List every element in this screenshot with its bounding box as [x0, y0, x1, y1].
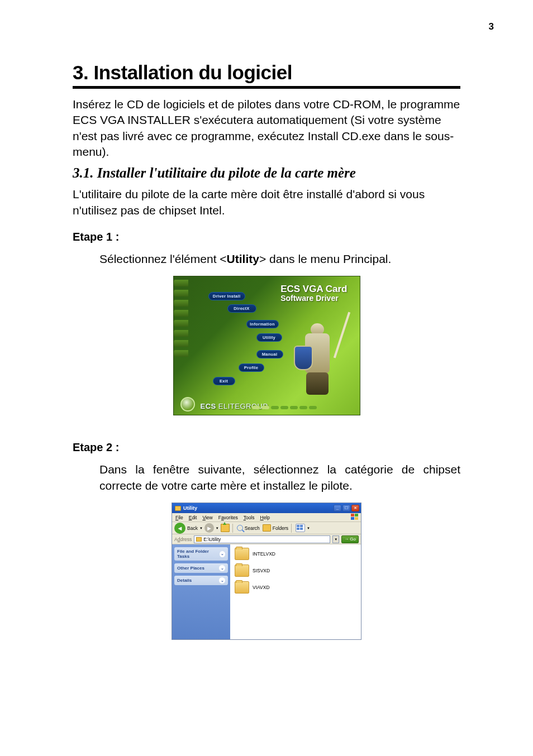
go-label: Go: [350, 537, 356, 542]
explorer-menubar: File Edit View Favorites Tools Help: [172, 513, 361, 522]
step1-label: Etape 1 :: [73, 231, 460, 243]
bar: [290, 406, 298, 409]
minimize-button[interactable]: _: [334, 505, 341, 511]
menu-edit[interactable]: Edit: [189, 515, 197, 520]
explorer-titlebar: Utility _ □ ×: [172, 503, 361, 513]
folder-icon: [235, 581, 249, 594]
side-tab: [174, 300, 188, 307]
folder-icon: [235, 564, 249, 577]
brand-ecs: ECS: [201, 402, 216, 410]
folder-item[interactable]: SISVXD: [235, 564, 356, 577]
explorer-toolbar: ◄ Back ▼ ► ▼ Search Folders ▼: [172, 522, 361, 534]
installer-side-tabs: [174, 280, 188, 357]
side-tab: [174, 280, 188, 286]
page-number: 3: [489, 21, 494, 32]
profile-button[interactable]: Profile: [239, 363, 264, 372]
explorer-sidepanel: File and Folder Tasks ⌄ Other Places ⌄ D…: [172, 544, 230, 639]
go-button[interactable]: → Go: [341, 535, 359, 543]
installer-title: ECS VGA Card Software Driver: [280, 284, 347, 303]
bar: [309, 406, 317, 409]
installer-screenshot: ECS VGA Card Software Driver Driver Inst…: [173, 276, 360, 415]
sidepanel-other[interactable]: Other Places ⌄: [174, 563, 228, 573]
chevron-down-icon[interactable]: ▼: [216, 527, 219, 530]
menu-help[interactable]: Help: [260, 515, 270, 520]
folder-name: INTELVXD: [253, 551, 275, 557]
search-button[interactable]: Search: [245, 525, 260, 531]
knight-legs: [306, 372, 329, 395]
sword-icon: [333, 312, 350, 358]
folder-name: VIAVXD: [253, 585, 270, 590]
main-title: 3. Installation du logiciel: [73, 61, 460, 89]
back-button[interactable]: ◄: [174, 523, 185, 534]
side-tab: [174, 310, 188, 317]
window-title: Utility: [183, 505, 197, 511]
installer-title-line2: Software Driver: [280, 294, 347, 303]
sidepanel-tasks[interactable]: File and Folder Tasks ⌄: [174, 547, 228, 561]
disc-icon: [180, 397, 195, 412]
page-content: 3. Installation du logiciel Insérez le C…: [0, 0, 533, 640]
maximize-button[interactable]: □: [342, 505, 350, 511]
sidepanel-details-label: Details: [177, 578, 192, 583]
bar: [280, 406, 288, 409]
sidepanel-tasks-label: File and Folder Tasks: [177, 549, 220, 559]
folders-icon: [263, 524, 271, 532]
address-dropdown[interactable]: ▼: [332, 535, 339, 543]
forward-button[interactable]: ►: [204, 523, 214, 533]
menu-view[interactable]: View: [202, 515, 212, 520]
menu-file[interactable]: File: [175, 515, 183, 520]
sidepanel-details[interactable]: Details ⌄: [174, 576, 228, 585]
explorer-screenshot: Utility _ □ × File Edit View Favorites T…: [172, 503, 361, 640]
folder-item[interactable]: VIAVXD: [235, 581, 356, 594]
section-title: 3.1. Installer l'utilitaire du pilote de…: [73, 165, 460, 181]
folder-item[interactable]: INTELVXD: [235, 548, 356, 560]
menu-tools[interactable]: Tools: [244, 515, 255, 520]
address-value: E:\Utility: [203, 537, 221, 542]
directx-button[interactable]: DirectX: [227, 304, 256, 313]
side-tab: [174, 330, 188, 337]
chevron-down-icon[interactable]: ▼: [199, 527, 203, 530]
address-label: Address: [174, 537, 192, 542]
folder-name: SISVXD: [253, 568, 270, 573]
chevron-down-icon[interactable]: ▼: [307, 527, 310, 530]
separator: [291, 524, 292, 533]
chevron-down-icon: ⌄: [220, 551, 225, 557]
information-button[interactable]: Information: [246, 320, 279, 328]
folder-icon: [196, 537, 202, 542]
folder-icon: [235, 548, 249, 560]
side-tab: [174, 340, 188, 347]
driver-install-button[interactable]: Driver Install: [208, 292, 245, 300]
installer-title-line1: ECS VGA Card: [280, 284, 347, 294]
chevron-down-icon: ⌄: [219, 577, 225, 583]
address-field[interactable]: E:\Utility: [194, 535, 330, 543]
folders-button[interactable]: Folders: [273, 525, 288, 531]
step2-label: Etape 2 :: [73, 441, 460, 454]
footer-bars: [252, 406, 317, 409]
bar: [271, 406, 279, 409]
step1-post: > dans le menu Principal.: [259, 252, 391, 265]
view-button[interactable]: [296, 524, 305, 532]
back-label: Back: [187, 525, 198, 531]
shield-icon: [294, 346, 313, 370]
chevron-down-icon: ⌄: [219, 565, 225, 571]
folder-icon: [175, 506, 181, 511]
bar: [299, 406, 307, 409]
close-button[interactable]: ×: [351, 505, 359, 511]
sidepanel-other-label: Other Places: [177, 566, 204, 571]
search-icon: [237, 525, 243, 531]
step1-bold: Utility: [227, 252, 259, 265]
side-tab: [174, 350, 188, 357]
step1-pre: Sélectionnez l'élément <: [99, 252, 227, 265]
manual-button[interactable]: Manual: [256, 350, 283, 358]
utility-button[interactable]: Utility: [256, 333, 282, 342]
separator: [232, 524, 233, 533]
up-folder-button[interactable]: [221, 524, 230, 532]
knight-illustration: [289, 307, 345, 401]
exit-button[interactable]: Exit: [213, 377, 235, 385]
intro-paragraph: Insérez le CD de logiciels et de pilotes…: [73, 97, 460, 160]
step2-text: Dans la fenêtre suivante, sélectionnez l…: [99, 462, 460, 494]
step1-text: Sélectionnez l'élément <Utility> dans le…: [99, 251, 460, 267]
windows-logo-icon: [351, 514, 359, 521]
menu-favorites[interactable]: Favorites: [218, 515, 238, 520]
side-tab: [174, 320, 188, 327]
bar: [252, 406, 260, 409]
